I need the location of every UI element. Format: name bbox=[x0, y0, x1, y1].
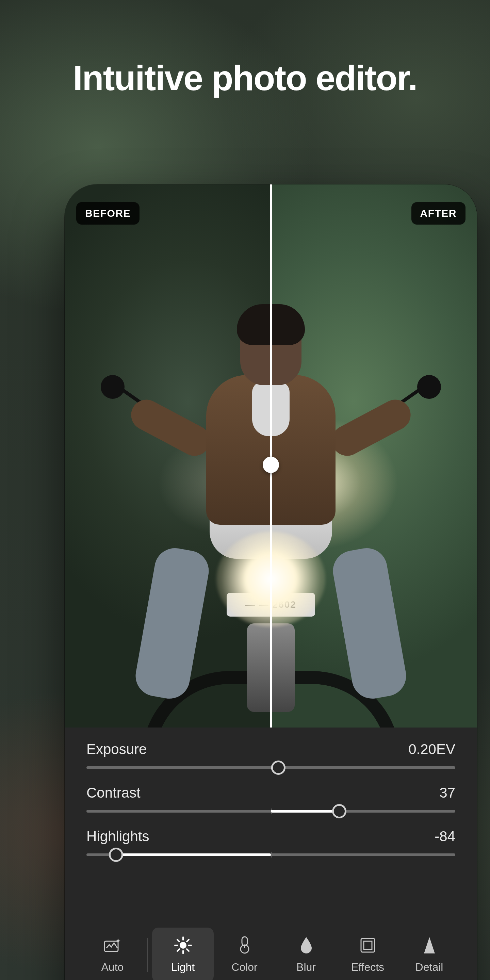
slider-thumb[interactable] bbox=[332, 804, 347, 818]
color-icon bbox=[235, 936, 254, 955]
light-icon bbox=[173, 936, 192, 955]
slider-thumb[interactable] bbox=[271, 760, 285, 775]
tool-label: Detail bbox=[415, 961, 443, 974]
slider-label: Contrast bbox=[86, 785, 140, 801]
slider-track[interactable] bbox=[86, 810, 455, 813]
svg-rect-10 bbox=[242, 937, 247, 946]
tool-label: Color bbox=[231, 961, 257, 974]
tool-label: Auto bbox=[102, 961, 124, 974]
before-badge: BEFORE bbox=[76, 202, 140, 224]
compare-divider-handle[interactable] bbox=[263, 457, 279, 473]
slider-track[interactable] bbox=[86, 766, 455, 769]
slider-label: Highlights bbox=[86, 828, 149, 845]
edit-panel: Exposure0.20EVContrast37Highlights-84 Au… bbox=[65, 727, 477, 980]
svg-rect-13 bbox=[361, 939, 375, 952]
blur-icon bbox=[297, 936, 316, 955]
effects-icon bbox=[358, 936, 377, 955]
tool-blur[interactable]: Blur bbox=[275, 928, 337, 980]
phone-frame: — — 2602 BEFORE AFTER Exposure0.20EVCont… bbox=[65, 185, 477, 980]
tool-auto[interactable]: Auto bbox=[82, 928, 143, 980]
slider-track[interactable] bbox=[86, 853, 455, 856]
slider-contrast: Contrast37 bbox=[86, 785, 455, 813]
slider-value: 0.20EV bbox=[408, 741, 455, 757]
photo-compare-area[interactable]: — — 2602 BEFORE AFTER bbox=[65, 185, 477, 727]
slider-value: -84 bbox=[434, 828, 455, 845]
toolbar-divider bbox=[147, 938, 148, 972]
tool-category-bar: AutoLightColorBlurEffectsDetail bbox=[65, 917, 477, 980]
svg-line-7 bbox=[187, 949, 189, 951]
svg-point-1 bbox=[180, 942, 186, 949]
tool-label: Blur bbox=[296, 961, 316, 974]
slider-label: Exposure bbox=[86, 741, 147, 757]
svg-rect-14 bbox=[364, 941, 372, 950]
detail-icon bbox=[420, 936, 439, 955]
tool-detail[interactable]: Detail bbox=[398, 928, 460, 980]
slider-highlights: Highlights-84 bbox=[86, 828, 455, 856]
marketing-headline: Intuitive photo editor. bbox=[0, 58, 490, 98]
tool-color[interactable]: Color bbox=[214, 928, 275, 980]
compare-divider[interactable] bbox=[270, 185, 272, 727]
slider-thumb[interactable] bbox=[109, 848, 123, 862]
svg-line-9 bbox=[177, 949, 179, 951]
svg-line-6 bbox=[177, 940, 179, 942]
slider-value: 37 bbox=[439, 785, 455, 801]
tool-light[interactable]: Light bbox=[152, 928, 214, 980]
tool-label: Light bbox=[171, 961, 195, 974]
slider-exposure: Exposure0.20EV bbox=[86, 741, 455, 769]
after-badge: AFTER bbox=[411, 202, 466, 224]
auto-icon bbox=[103, 936, 122, 955]
tool-label: Effects bbox=[351, 961, 384, 974]
svg-line-8 bbox=[187, 940, 189, 942]
tool-effects[interactable]: Effects bbox=[337, 928, 398, 980]
